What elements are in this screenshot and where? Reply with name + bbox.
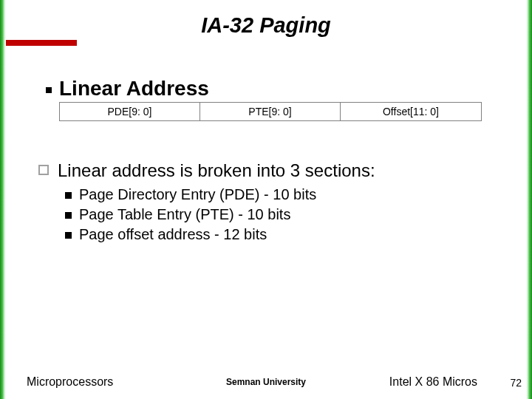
linear-address-table: PDE[9: 0] PTE[9: 0] Offset[11: 0]: [59, 102, 482, 121]
hollow-square-bullet-icon: [38, 165, 49, 175]
table-cell-pte: PTE[9: 0]: [200, 103, 341, 120]
main-bullet-text: Linear address is broken into 3 sections…: [58, 160, 375, 181]
main-bullet-row: Linear address is broken into 3 sections…: [38, 160, 375, 181]
filled-square-bullet-icon: [65, 192, 72, 199]
list-item: Page offset address - 12 bits: [65, 226, 316, 243]
table-cell-pde: PDE[9: 0]: [60, 103, 200, 120]
left-gradient-border: [0, 0, 6, 399]
sub-bullet-text: Page Directory Entry (PDE) - 10 bits: [79, 186, 316, 203]
filled-square-bullet-icon: [65, 212, 72, 219]
sub-bullet-text: Page Table Entry (PTE) - 10 bits: [79, 206, 290, 223]
diagram-heading: Linear Address: [59, 77, 209, 100]
sub-bullet-list: Page Directory Entry (PDE) - 10 bits Pag…: [65, 186, 316, 246]
red-accent-bar: [6, 40, 77, 46]
slide-title: IA-32 Paging: [0, 13, 532, 38]
filled-square-bullet-icon: [65, 232, 72, 239]
list-item: Page Directory Entry (PDE) - 10 bits: [65, 186, 316, 203]
footer: Microprocessors Semnan University Intel …: [0, 369, 532, 389]
list-item: Page Table Entry (PTE) - 10 bits: [65, 206, 316, 223]
footer-right: Intel X 86 Micros: [389, 375, 477, 389]
right-gradient-border: [526, 0, 532, 399]
table-cell-offset: Offset[11: 0]: [341, 103, 481, 120]
page-number: 72: [510, 377, 522, 389]
heading-bullet-icon: [46, 87, 52, 93]
sub-bullet-text: Page offset address - 12 bits: [79, 226, 267, 243]
